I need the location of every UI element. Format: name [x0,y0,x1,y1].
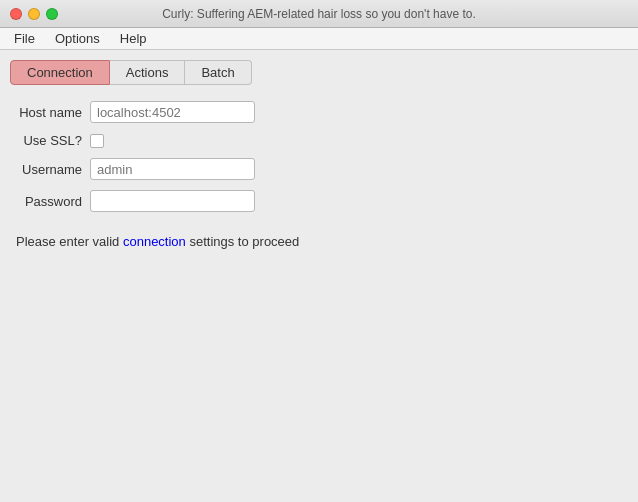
username-label: Username [10,162,90,177]
tab-actions[interactable]: Actions [110,60,186,85]
password-input[interactable] [90,190,255,212]
menu-item-help[interactable]: Help [112,29,155,48]
password-label: Password [10,194,90,209]
username-row: Username [10,158,628,180]
status-message: Please enter valid connection settings t… [10,234,628,249]
status-text-before: Please enter valid [16,234,123,249]
menu-bar: File Options Help [0,28,638,50]
hostname-label: Host name [10,105,90,120]
menu-item-options[interactable]: Options [47,29,108,48]
connection-form: Host name Use SSL? Username Password [10,97,628,226]
window-title: Curly: Suffering AEM-related hair loss s… [162,7,476,21]
tab-connection[interactable]: Connection [10,60,110,85]
main-content: Connection Actions Batch Host name Use S… [0,50,638,259]
tab-batch[interactable]: Batch [185,60,251,85]
ssl-label: Use SSL? [10,133,90,148]
traffic-lights [10,8,58,20]
close-button[interactable] [10,8,22,20]
ssl-row: Use SSL? [10,133,628,148]
hostname-input[interactable] [90,101,255,123]
maximize-button[interactable] [46,8,58,20]
password-row: Password [10,190,628,212]
menu-item-file[interactable]: File [6,29,43,48]
tab-bar: Connection Actions Batch [10,60,628,85]
status-text-after: settings to proceed [186,234,299,249]
ssl-checkbox[interactable] [90,134,104,148]
status-link[interactable]: connection [123,234,186,249]
minimize-button[interactable] [28,8,40,20]
title-bar: Curly: Suffering AEM-related hair loss s… [0,0,638,28]
hostname-row: Host name [10,101,628,123]
username-input[interactable] [90,158,255,180]
